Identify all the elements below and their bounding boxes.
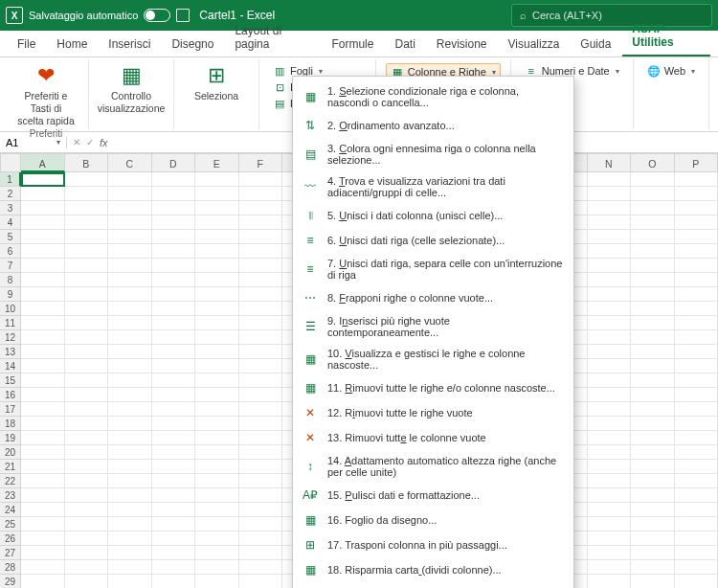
cell[interactable] <box>675 330 719 345</box>
cell[interactable] <box>108 359 152 373</box>
cell[interactable] <box>631 388 675 402</box>
cell[interactable] <box>631 230 675 244</box>
cell[interactable] <box>108 330 152 345</box>
cell[interactable] <box>195 531 239 546</box>
row-header[interactable]: 1 <box>0 172 21 187</box>
cell[interactable] <box>588 575 632 588</box>
menu-item-2[interactable]: ⇅2. Ordinamento avanzato... <box>293 113 573 138</box>
cell[interactable] <box>108 402 152 417</box>
cell[interactable] <box>675 575 719 588</box>
tab-dati[interactable]: Dati <box>385 32 424 57</box>
menu-item-8[interactable]: ⋯8. Frapponi righe o colonne vuote... <box>293 285 573 310</box>
cell[interactable] <box>195 287 239 302</box>
cell[interactable] <box>195 503 239 517</box>
cell[interactable] <box>21 503 65 517</box>
cell[interactable] <box>195 431 239 445</box>
cell[interactable] <box>152 503 196 517</box>
cell[interactable] <box>21 244 65 259</box>
cell[interactable] <box>108 531 152 546</box>
cell[interactable] <box>675 431 719 445</box>
cell[interactable] <box>152 302 196 316</box>
cell[interactable] <box>152 259 196 273</box>
cell[interactable] <box>588 244 632 259</box>
cell[interactable] <box>588 546 632 560</box>
cell[interactable] <box>631 431 675 445</box>
cell[interactable] <box>152 359 196 373</box>
cell[interactable] <box>195 302 239 316</box>
cell[interactable] <box>675 215 719 230</box>
menu-item-13[interactable]: ✕13. Rimuovi tutte le colonne vuote <box>293 425 573 450</box>
cell[interactable] <box>108 445 152 460</box>
cell[interactable] <box>108 373 152 388</box>
cell[interactable] <box>21 201 65 215</box>
cell[interactable] <box>21 230 65 244</box>
cell[interactable] <box>108 316 152 330</box>
cell[interactable] <box>588 373 632 388</box>
cell[interactable] <box>239 302 283 316</box>
cell[interactable] <box>65 359 109 373</box>
cell[interactable] <box>65 244 109 259</box>
row-header[interactable]: 22 <box>0 474 21 488</box>
menu-item-12[interactable]: ✕12. Rimuovi tutte le righe vuote <box>293 400 573 425</box>
cell[interactable] <box>631 172 675 187</box>
cell[interactable] <box>21 560 65 575</box>
cell[interactable] <box>588 402 632 417</box>
cell[interactable] <box>239 388 283 402</box>
column-header[interactable]: C <box>108 153 152 172</box>
cell[interactable] <box>239 345 283 359</box>
cell[interactable] <box>675 244 719 259</box>
menu-item-5[interactable]: ⫴5. Unisci i dati colonna (unisci celle)… <box>293 203 573 228</box>
cell[interactable] <box>239 359 283 373</box>
cell[interactable] <box>195 172 239 187</box>
cell[interactable] <box>21 417 65 431</box>
cell[interactable] <box>195 373 239 388</box>
tab-inserisci[interactable]: Inserisci <box>99 32 160 57</box>
cell[interactable] <box>21 330 65 345</box>
autosave-toggle[interactable] <box>144 9 170 22</box>
cell[interactable] <box>108 187 152 201</box>
cell[interactable] <box>239 259 283 273</box>
cell[interactable] <box>588 445 632 460</box>
cell[interactable] <box>588 172 632 187</box>
cell[interactable] <box>239 402 283 417</box>
tab-disegno[interactable]: Disegno <box>162 32 223 57</box>
cell[interactable] <box>65 546 109 560</box>
cell[interactable] <box>108 345 152 359</box>
cell[interactable] <box>21 517 65 531</box>
cell[interactable] <box>108 517 152 531</box>
cell[interactable] <box>588 287 632 302</box>
column-header[interactable]: N <box>588 153 632 172</box>
tab-revisione[interactable]: Revisione <box>427 32 497 57</box>
cell[interactable] <box>631 575 675 588</box>
cell[interactable] <box>631 417 675 431</box>
cell[interactable] <box>631 330 675 345</box>
view-control-button[interactable]: ▦ Controllo visualizzazione <box>95 61 168 117</box>
cell[interactable] <box>588 531 632 546</box>
cell[interactable] <box>21 373 65 388</box>
cell[interactable] <box>239 546 283 560</box>
cell[interactable] <box>239 287 283 302</box>
cell[interactable] <box>21 431 65 445</box>
cell[interactable] <box>239 445 283 460</box>
cell[interactable] <box>21 388 65 402</box>
cell[interactable] <box>588 273 632 287</box>
tab-visualizza[interactable]: Visualizza <box>499 32 570 57</box>
cell[interactable] <box>152 373 196 388</box>
row-header[interactable]: 28 <box>0 560 21 575</box>
cell[interactable] <box>152 230 196 244</box>
cell[interactable] <box>675 302 719 316</box>
cell[interactable] <box>65 287 109 302</box>
menu-item-17[interactable]: ⊞17. Trasponi colonna in più passaggi... <box>293 532 573 557</box>
cell[interactable] <box>152 215 196 230</box>
cell[interactable] <box>675 373 719 388</box>
cell[interactable] <box>588 388 632 402</box>
menu-item-16[interactable]: ▦16. Foglio da disegno... <box>293 508 573 532</box>
cell[interactable] <box>675 503 719 517</box>
cell[interactable] <box>675 460 719 474</box>
menu-item-14[interactable]: ↕14. Adattamento automatico altezza righ… <box>293 450 573 483</box>
cell[interactable] <box>65 302 109 316</box>
cell[interactable] <box>239 474 283 488</box>
cell[interactable] <box>195 474 239 488</box>
cell[interactable] <box>588 359 632 373</box>
cell[interactable] <box>239 575 283 588</box>
